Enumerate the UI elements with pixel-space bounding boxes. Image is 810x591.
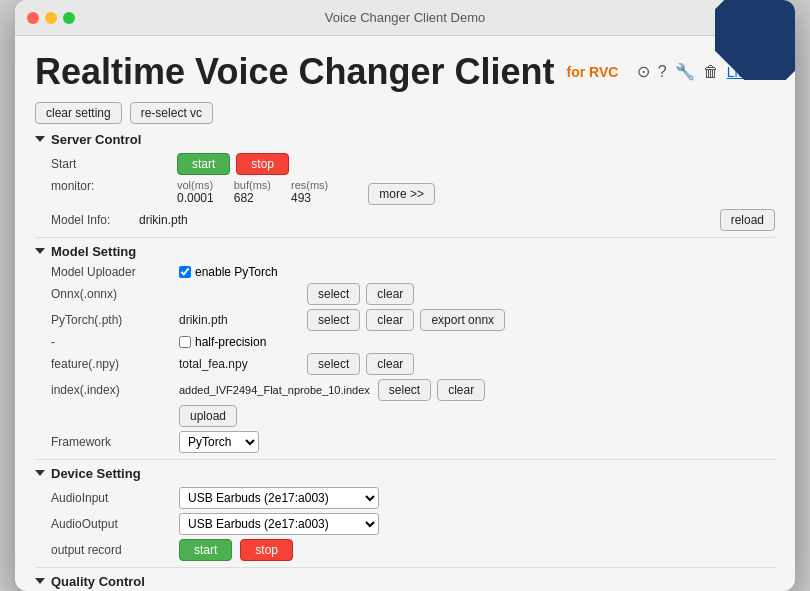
more-button[interactable]: more >> <box>368 183 435 205</box>
dash-row: - half-precision <box>35 333 775 351</box>
model-setting-header[interactable]: Model Setting <box>35 244 775 259</box>
audio-output-label: AudioOutput <box>51 517 171 531</box>
start-label: Start <box>51 157 171 171</box>
reselect-vc-button[interactable]: re-select vc <box>130 102 213 124</box>
buf-header: buf(ms) <box>234 179 271 191</box>
half-precision-checkbox[interactable] <box>179 336 191 348</box>
collapse-icon <box>35 136 45 142</box>
traffic-lights <box>27 12 75 24</box>
server-control-header[interactable]: Server Control <box>35 132 775 147</box>
index-buttons: select clear <box>378 379 485 401</box>
model-info-label: Model Info: <box>51 213 131 227</box>
model-info-value: drikin.pth <box>139 213 712 227</box>
device-setting-section: Device Setting AudioInput USB Earbuds (2… <box>35 466 775 563</box>
model-uploader-row: Model Uploader enable PyTorch <box>35 263 775 281</box>
upload-row: upload <box>35 403 775 429</box>
feature-buttons: select clear <box>307 353 414 375</box>
output-record-row: output record start stop <box>35 537 775 563</box>
maximize-button[interactable] <box>63 12 75 24</box>
index-value: added_IVF2494_Flat_nprobe_10.index <box>179 384 370 396</box>
upload-button[interactable]: upload <box>179 405 237 427</box>
audio-input-select[interactable]: USB Earbuds (2e17:a003) <box>179 487 379 509</box>
wrench-icon[interactable]: 🔧 <box>675 62 695 81</box>
record-stop-button[interactable]: stop <box>240 539 293 561</box>
quality-control-title: Quality Control <box>51 574 145 589</box>
top-buttons: clear setting re-select vc <box>35 102 775 124</box>
res-col: res(ms) 493 <box>291 179 328 205</box>
pytorch-select-button[interactable]: select <box>307 309 360 331</box>
pytorch-label: PyTorch(.pth) <box>51 313 171 327</box>
index-clear-button[interactable]: clear <box>437 379 485 401</box>
audio-input-label: AudioInput <box>51 491 171 505</box>
framework-select[interactable]: PyTorch ONNX <box>179 431 259 453</box>
audio-output-row: AudioOutput USB Earbuds (2e17:a003) <box>35 511 775 537</box>
enable-pytorch-checkbox[interactable] <box>179 266 191 278</box>
half-precision-area: half-precision <box>179 335 266 349</box>
feature-row: feature(.npy) total_fea.npy select clear <box>35 351 775 377</box>
monitor-row: monitor: vol(ms) 0.0001 buf(ms) 682 res(… <box>35 177 775 207</box>
output-record-label: output record <box>51 543 171 557</box>
model-info-row: Model Info: drikin.pth reload <box>35 207 775 233</box>
index-select-button[interactable]: select <box>378 379 431 401</box>
vol-header: vol(ms) <box>177 179 214 191</box>
model-setting-title: Model Setting <box>51 244 136 259</box>
feature-select-button[interactable]: select <box>307 353 360 375</box>
device-setting-header[interactable]: Device Setting <box>35 466 775 481</box>
help-icon[interactable]: ? <box>658 63 667 81</box>
pytorch-buttons: select clear export onnx <box>307 309 505 331</box>
feature-value: total_fea.npy <box>179 357 299 371</box>
titlebar: Voice Changer Client Demo <box>15 0 795 36</box>
onnx-select-button[interactable]: select <box>307 283 360 305</box>
onnx-clear-button[interactable]: clear <box>366 283 414 305</box>
dash-label: - <box>51 335 171 349</box>
res-header: res(ms) <box>291 179 328 191</box>
enable-pytorch-checkbox-label[interactable]: enable PyTorch <box>179 265 278 279</box>
github-icon[interactable]: ⊙ <box>637 62 650 81</box>
pytorch-value: drikin.pth <box>179 313 299 327</box>
vol-col: vol(ms) 0.0001 <box>177 179 214 205</box>
minimize-button[interactable] <box>45 12 57 24</box>
server-start-button[interactable]: start <box>177 153 230 175</box>
corner-decoration <box>715 0 795 80</box>
enable-pytorch-area: enable PyTorch <box>179 265 278 279</box>
server-control-title: Server Control <box>51 132 141 147</box>
export-onnx-button[interactable]: export onnx <box>420 309 505 331</box>
device-setting-title: Device Setting <box>51 466 141 481</box>
model-setting-section: Model Setting Model Uploader enable PyTo… <box>35 244 775 455</box>
buf-col: buf(ms) 682 <box>234 179 271 205</box>
monitor-cols: vol(ms) 0.0001 buf(ms) 682 res(ms) 493 m… <box>177 179 435 205</box>
audio-input-row: AudioInput USB Earbuds (2e17:a003) <box>35 485 775 511</box>
audio-output-select[interactable]: USB Earbuds (2e17:a003) <box>179 513 379 535</box>
onnx-label: Onnx(.onnx) <box>51 287 171 301</box>
reload-button[interactable]: reload <box>720 209 775 231</box>
start-row: Start start stop <box>35 151 775 177</box>
half-precision-label: half-precision <box>195 335 266 349</box>
collapse-icon <box>35 248 45 254</box>
pytorch-clear-button[interactable]: clear <box>366 309 414 331</box>
onnx-buttons: select clear <box>307 283 414 305</box>
app-title: Realtime Voice Changer Client <box>35 52 554 92</box>
close-button[interactable] <box>27 12 39 24</box>
quality-control-header[interactable]: Quality Control <box>35 574 775 589</box>
rvc-badge: for RVC <box>566 64 618 80</box>
feature-label: feature(.npy) <box>51 357 171 371</box>
collapse-icon <box>35 470 45 476</box>
index-label: index(.index) <box>51 383 171 397</box>
feature-clear-button[interactable]: clear <box>366 353 414 375</box>
main-window: Voice Changer Client Demo Realtime Voice… <box>15 0 795 591</box>
content-area: Realtime Voice Changer Client for RVC ⊙ … <box>15 36 795 591</box>
server-stop-button[interactable]: stop <box>236 153 289 175</box>
res-value: 493 <box>291 191 328 205</box>
model-uploader-label: Model Uploader <box>51 265 171 279</box>
framework-label: Framework <box>51 435 171 449</box>
record-start-button[interactable]: start <box>179 539 232 561</box>
index-row: index(.index) added_IVF2494_Flat_nprobe_… <box>35 377 775 403</box>
enable-pytorch-label: enable PyTorch <box>195 265 278 279</box>
collapse-icon <box>35 578 45 584</box>
quality-control-section: Quality Control Noise Suppression echo c… <box>35 574 775 591</box>
half-precision-checkbox-label[interactable]: half-precision <box>179 335 266 349</box>
clear-setting-button[interactable]: clear setting <box>35 102 122 124</box>
pytorch-row: PyTorch(.pth) drikin.pth select clear ex… <box>35 307 775 333</box>
monitor-label: monitor: <box>51 179 171 193</box>
app-header: Realtime Voice Changer Client for RVC ⊙ … <box>35 52 775 92</box>
